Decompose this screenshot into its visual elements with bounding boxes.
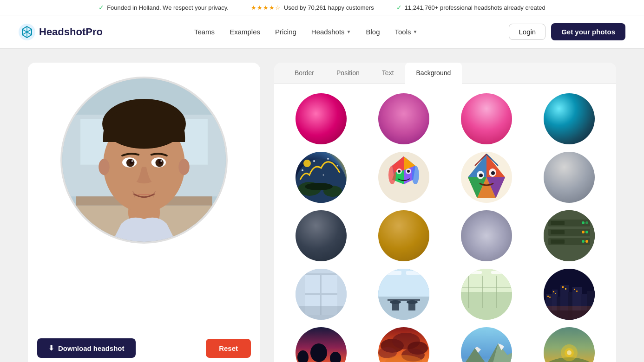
logo-text: HeadshotPro [39,26,103,38]
warm-horizon-svg [544,327,595,362]
background-option-warm-horizon[interactable] [544,327,595,362]
logo-icon [19,24,35,40]
svg-rect-100 [547,296,549,297]
check-icon-2: ✓ [396,4,402,11]
background-option-colorful-art[interactable] [378,152,429,203]
background-option-mountain-sky[interactable] [461,327,512,362]
svg-rect-89 [466,271,482,274]
svg-point-11 [99,159,109,175]
background-option-teal-space[interactable] [544,93,595,144]
svg-point-27 [313,160,315,162]
right-panel: Border Position Text Background [274,63,616,362]
background-option-starry-night[interactable] [296,152,347,203]
svg-point-42 [412,166,419,184]
background-option-geometric[interactable] [461,152,512,203]
svg-point-61 [582,221,585,224]
svg-rect-90 [491,271,507,274]
background-option-office-glass[interactable] [461,269,512,320]
reset-button[interactable]: Reset [206,339,251,358]
svg-rect-60 [551,239,565,244]
main-nav: Teams Examples Pricing Headshots ▼ Blog … [194,28,418,36]
tab-position[interactable]: Position [325,63,371,84]
geometric-svg [461,152,512,203]
svg-point-81 [390,300,401,304]
svg-rect-71 [305,293,337,295]
svg-point-64 [585,221,588,224]
svg-point-26 [302,169,303,171]
cta-button[interactable]: Get your photos [551,23,625,40]
svg-point-40 [407,170,410,173]
nav-item-pricing[interactable]: Pricing [275,28,296,36]
background-option-office-blur[interactable] [461,210,512,261]
banner-text-3: 11,241,760+ professional headshots alrea… [405,4,545,11]
background-option-pink-glitter[interactable] [296,93,347,144]
stars-icon: ★★★★☆ [251,4,281,11]
svg-point-24 [305,183,333,190]
tab-text[interactable]: Text [371,63,405,84]
mountain-sky-svg [461,327,512,362]
background-option-golden[interactable] [378,210,429,261]
header: HeadshotPro Teams Examples Pricing Heads… [0,15,644,49]
nav-item-blog[interactable]: Blog [366,28,380,36]
svg-point-20 [160,160,162,162]
svg-rect-107 [576,291,578,292]
sunset-svg [296,327,347,362]
left-panel: ⬇ Download headshot Reset [28,63,260,362]
svg-point-62 [582,231,585,233]
svg-point-112 [310,343,327,362]
svg-rect-104 [562,286,564,288]
office-glass-svg [461,269,512,320]
login-button[interactable]: Login [509,24,545,40]
headshot-image [62,78,226,242]
svg-rect-88 [461,287,512,288]
tab-background[interactable]: Background [405,63,462,84]
svg-point-53 [491,171,495,175]
download-icon: ⬇ [48,344,54,352]
svg-point-19 [131,160,133,162]
check-icon-1: ✓ [99,4,104,11]
svg-point-66 [585,240,588,243]
background-option-grey-metal[interactable] [544,152,595,203]
banner-text-2: Used by 70,261 happy customers [284,4,374,11]
svg-point-82 [407,300,418,304]
download-button[interactable]: ⬇ Download headshot [37,338,136,358]
office-modern-svg [378,269,429,320]
svg-point-65 [585,231,588,233]
svg-point-52 [479,174,483,177]
banner-text-1: Founded in Holland. We respect your priv… [107,4,229,11]
nav-item-tools[interactable]: Tools ▼ [395,28,418,36]
background-option-window-blur[interactable] [296,269,347,320]
background-option-office-modern[interactable] [378,269,429,320]
svg-point-21 [296,159,347,203]
background-option-pink-cloud[interactable] [461,93,512,144]
svg-rect-109 [544,306,595,320]
header-actions: Login Get your photos [509,23,625,40]
starry-night-svg [296,152,347,203]
tools-dropdown-arrow: ▼ [413,29,418,34]
svg-point-41 [388,166,396,184]
nav-item-headshots[interactable]: Headshots ▼ [311,28,351,36]
editor-tabs: Border Position Text Background [274,63,616,84]
colorful-art-svg [378,152,429,203]
window-blur-svg [296,269,347,320]
background-option-city-night[interactable] [544,269,595,320]
background-option-server-room[interactable] [544,210,595,261]
fiery-clouds-svg [378,327,429,362]
svg-point-12 [178,159,189,175]
background-option-dark-grey[interactable] [296,210,347,261]
svg-point-29 [337,165,338,167]
background-option-sunset[interactable] [296,327,347,362]
background-option-fiery-clouds[interactable] [378,327,429,362]
nav-item-teams[interactable]: Teams [194,28,215,36]
svg-rect-76 [383,271,401,275]
background-option-pink-sparkle[interactable] [378,93,429,144]
svg-rect-106 [574,289,575,290]
banner-item-2: ★★★★☆ Used by 70,261 happy customers [251,4,374,11]
banner-item-1: ✓ Founded in Holland. We respect your pr… [99,4,229,11]
svg-rect-101 [549,297,551,298]
tab-border[interactable]: Border [283,63,325,84]
top-banner: ✓ Founded in Holland. We respect your pr… [0,0,644,15]
logo[interactable]: HeadshotPro [19,24,103,40]
nav-item-examples[interactable]: Examples [230,28,260,36]
city-night-svg [544,269,595,320]
